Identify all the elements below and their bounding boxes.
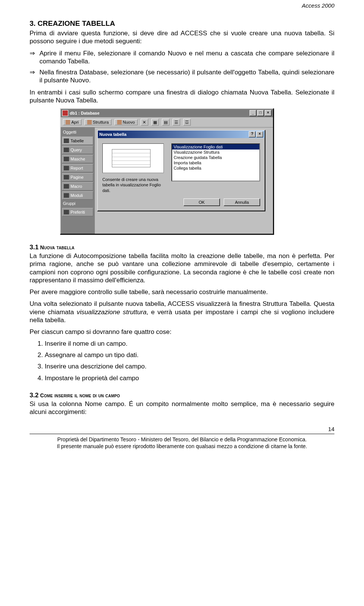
large-icons-button[interactable]: ▦ bbox=[151, 119, 159, 126]
dialog-title: Nuova tabella bbox=[99, 132, 127, 137]
cancel-button[interactable]: Annulla bbox=[224, 198, 260, 206]
section-3-2-heading: 3.2 Come inserire il nome di un campo bbox=[30, 392, 334, 399]
list-item: Impostare le proprietà del campo bbox=[45, 374, 334, 382]
section-3-1-p4: Per ciascun campo si dovranno fare quatt… bbox=[30, 328, 334, 336]
tables-icon bbox=[64, 139, 69, 143]
page-footer: 14 Proprietà del Dipartimento Tesoro - M… bbox=[30, 426, 334, 449]
new-icon bbox=[117, 120, 122, 124]
steps-list: Inserire il nome di un campo. Assegnare … bbox=[37, 340, 334, 382]
section-3-heading: 3. CREAZIONE TABELLA bbox=[30, 19, 334, 28]
dialog-description: Consente di creare una nuova tabella in … bbox=[102, 177, 166, 193]
heading-number: 3.1 bbox=[30, 244, 39, 251]
sidebar-item-tables[interactable]: Tabelle bbox=[62, 137, 93, 145]
objects-sidebar: Oggetti Tabelle Query Masche Report Pagi… bbox=[61, 127, 95, 234]
new-table-dialog: Nuova tabella ? × Consente di creare una… bbox=[97, 130, 265, 211]
list-item-text: Aprire il menu File, selezionare il coma… bbox=[39, 49, 334, 66]
maximize-button[interactable]: □ bbox=[257, 110, 264, 116]
details-button[interactable]: ☲ bbox=[183, 119, 191, 126]
new-button[interactable]: Nuovo bbox=[115, 119, 138, 125]
dialog-preview bbox=[102, 143, 164, 173]
reports-icon bbox=[64, 166, 69, 170]
db-toolbar: Apri Struttura Nuovo ✕ ▦ ▤ ☰ ☲ bbox=[61, 117, 273, 127]
italic-term: visualizzazione struttura bbox=[77, 309, 146, 316]
heading-text: Nuova tabella bbox=[39, 244, 75, 250]
list-option[interactable]: Visualizzazione Struttura bbox=[172, 150, 259, 155]
sidebar-label-groups: Gruppi bbox=[62, 200, 93, 207]
open-icon bbox=[66, 120, 70, 124]
pages-icon bbox=[64, 175, 69, 179]
sidebar-item-label: Query bbox=[71, 148, 82, 152]
sidebar-item-label: Preferiti bbox=[71, 210, 85, 214]
sidebar-label-objects: Oggetti bbox=[62, 129, 93, 136]
list-option[interactable]: Visualizzazione Foglio dati bbox=[172, 144, 259, 150]
sidebar-item-pages[interactable]: Pagine bbox=[62, 173, 93, 181]
dialog-help-button[interactable]: ? bbox=[249, 131, 256, 137]
design-label: Struttura bbox=[93, 120, 109, 124]
section-3-after: In entrambi i casi sullo schermo compare… bbox=[30, 88, 334, 105]
section-3-intro: Prima di avviare questa funzione, si dev… bbox=[30, 29, 334, 46]
ok-button[interactable]: OK bbox=[184, 198, 220, 206]
sidebar-item-favorites[interactable]: Preferiti bbox=[62, 208, 93, 216]
sidebar-item-macros[interactable]: Macro bbox=[62, 182, 93, 190]
delete-button[interactable]: ✕ bbox=[141, 119, 148, 126]
db-main-area: Nuova tabella ? × Consente di creare una… bbox=[95, 127, 273, 234]
heading-number: 3.2 bbox=[30, 392, 39, 399]
sidebar-item-label: Masche bbox=[71, 157, 85, 161]
list-button[interactable]: ☰ bbox=[173, 119, 180, 126]
dialog-close-button[interactable]: × bbox=[256, 131, 263, 137]
favorites-icon bbox=[64, 210, 69, 214]
list-option[interactable]: Collega tabella bbox=[172, 165, 259, 171]
list-item: ⇒ Nella finestra Database, selezionare (… bbox=[30, 68, 334, 85]
embedded-screenshot: db1 : Database _ □ × Apri Struttura Nuov… bbox=[60, 108, 334, 235]
list-item: Assegnare al campo un tipo dati. bbox=[45, 351, 334, 359]
design-icon bbox=[87, 120, 92, 124]
minimize-button[interactable]: _ bbox=[249, 110, 256, 116]
section-3-1-p1: La funzione di Autocomposizione tabella … bbox=[30, 252, 334, 284]
forms-icon bbox=[64, 157, 69, 161]
sidebar-item-label: Macro bbox=[71, 184, 82, 189]
modules-icon bbox=[64, 193, 69, 198]
macros-icon bbox=[64, 184, 69, 189]
section-3-1-heading: 3.1 Nuova tabella bbox=[30, 244, 334, 251]
list-option[interactable]: Importa tabella bbox=[172, 160, 259, 165]
list-option[interactable]: Creazione guidata Tabella bbox=[172, 155, 259, 160]
sidebar-item-label: Moduli bbox=[71, 193, 83, 198]
sidebar-item-modules[interactable]: Moduli bbox=[62, 191, 93, 200]
arrow-icon: ⇒ bbox=[30, 49, 39, 66]
list-item: ⇒ Aprire il menu File, selezionare il co… bbox=[30, 49, 334, 66]
new-label: Nuovo bbox=[123, 120, 135, 124]
list-item: Inserire una descrizione del campo. bbox=[45, 362, 334, 371]
design-button[interactable]: Struttura bbox=[85, 119, 111, 125]
close-button[interactable]: × bbox=[265, 110, 271, 116]
dialog-titlebar: Nuova tabella ? × bbox=[98, 131, 265, 138]
sidebar-item-forms[interactable]: Masche bbox=[62, 155, 93, 163]
db-titlebar: db1 : Database _ □ × bbox=[61, 109, 273, 117]
database-window: db1 : Database _ □ × Apri Struttura Nuov… bbox=[60, 108, 274, 235]
queries-icon bbox=[64, 148, 69, 152]
sidebar-item-label: Pagine bbox=[71, 175, 83, 179]
method-list: ⇒ Aprire il menu File, selezionare il co… bbox=[30, 49, 334, 85]
sidebar-item-label: Tabelle bbox=[71, 139, 84, 143]
open-label: Apri bbox=[71, 120, 79, 124]
small-icons-button[interactable]: ▤ bbox=[162, 119, 169, 126]
db-window-title: db1 : Database bbox=[70, 111, 99, 115]
footer-line-2: Il presente manuale può essere riprodott… bbox=[30, 443, 334, 449]
section-3-1-p3: Una volta selezionato il pulsante nuova … bbox=[30, 300, 334, 324]
open-button[interactable]: Apri bbox=[63, 119, 82, 125]
sidebar-item-reports[interactable]: Report bbox=[62, 164, 93, 172]
running-header: Access 2000 bbox=[30, 0, 334, 19]
list-item: Inserire il nome di un campo. bbox=[45, 340, 334, 348]
section-3-1-p2: Per avere maggiore controllo sulle tabel… bbox=[30, 288, 334, 296]
sidebar-item-label: Report bbox=[71, 166, 83, 170]
page-number: 14 bbox=[30, 426, 334, 434]
footer-line-1: Proprietà del Dipartimento Tesoro - Mini… bbox=[30, 436, 334, 442]
heading-text: Come inserire il nome di un campo bbox=[39, 392, 120, 398]
sidebar-item-queries[interactable]: Query bbox=[62, 146, 93, 154]
db-icon bbox=[62, 110, 68, 116]
dialog-listbox[interactable]: Visualizzazione Foglio dati Visualizzazi… bbox=[171, 143, 260, 181]
arrow-icon: ⇒ bbox=[30, 68, 39, 85]
list-item-text: Nella finestra Database, selezionare (se… bbox=[39, 68, 334, 85]
section-3-2-p1: Si usa la colonna Nome campo. É un compi… bbox=[30, 400, 334, 416]
